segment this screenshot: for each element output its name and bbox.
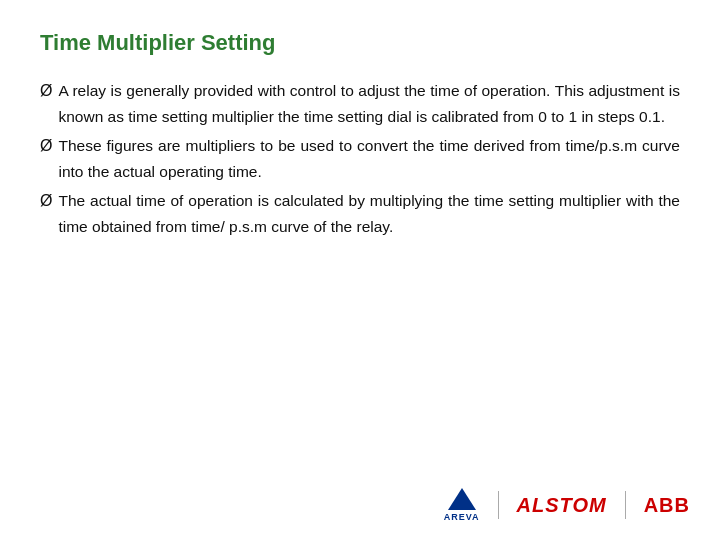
bullet-text-2: These figures are multipliers to be used… [58, 133, 680, 184]
areva-label: AREVA [444, 512, 480, 522]
areva-triangle-icon [448, 488, 476, 510]
slide: Time Multiplier Setting Ø A relay is gen… [0, 0, 720, 540]
bullet-symbol-3: Ø [40, 188, 52, 214]
logo-divider-1 [498, 491, 499, 519]
slide-title: Time Multiplier Setting [40, 30, 680, 56]
logo-divider-2 [625, 491, 626, 519]
slide-content: Ø A relay is generally provided with con… [40, 78, 680, 239]
bullet-symbol-1: Ø [40, 78, 52, 104]
bullet-3: Ø The actual time of operation is calcul… [40, 188, 680, 239]
areva-logo: AREVA [444, 488, 480, 522]
bullet-text-3: The actual time of operation is calculat… [58, 188, 680, 239]
bullet-2: Ø These figures are multipliers to be us… [40, 133, 680, 184]
footer-logos: AREVA ALSTOM ABB [444, 488, 690, 522]
alstom-logo: ALSTOM [517, 494, 607, 517]
bullet-symbol-2: Ø [40, 133, 52, 159]
abb-logo: ABB [644, 494, 690, 517]
bullet-1: Ø A relay is generally provided with con… [40, 78, 680, 129]
bullet-text-1: A relay is generally provided with contr… [58, 78, 680, 129]
